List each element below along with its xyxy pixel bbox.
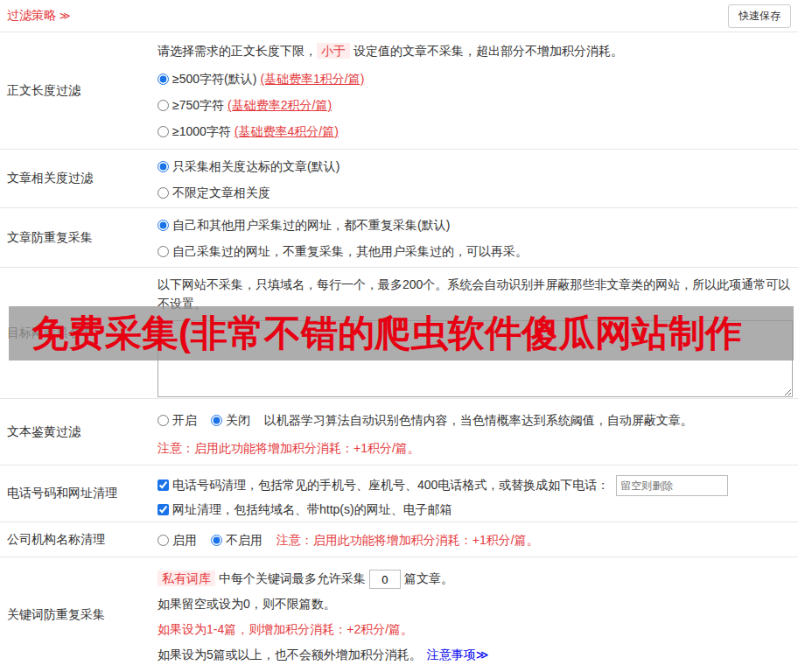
relevance-option-strict[interactable]: 只采集相关度达标的文章(默认) — [158, 153, 793, 179]
porn-off-text: 关闭 — [226, 413, 250, 427]
keyword-dedup-content: 私有词库 中每个关键词最多允许采集篇文章。 如果留空或设为0，则不限篇数。 如果… — [158, 557, 798, 672]
section-keyword-dedup: 关键词防重复采集 私有词库 中每个关键词最多允许采集篇文章。 如果留空或设为0，… — [0, 557, 798, 672]
length-filter-label: 正文长度过滤 — [0, 32, 158, 149]
company-clean-content: 启用 不启用 注意：启用此功能将增加积分消耗：+1积分/篇。 — [158, 522, 798, 556]
section-dedup-filter: 文章防重复采集 自己和其他用户采集过的网址，都不重复采集(默认) 自己采集过的网… — [0, 208, 798, 268]
length-filter-intro: 请选择需求的正文长度下限，小于 设定值的文章不采集，超出部分不增加积分消耗。 — [158, 39, 793, 62]
page-title: 过滤策略 — [7, 8, 56, 22]
company-disable-option[interactable]: 不启用 — [211, 533, 266, 547]
company-clean-options: 启用 不启用 注意：启用此功能将增加积分消耗：+1积分/篇。 — [158, 529, 793, 550]
quick-save-button[interactable]: 快速保存 — [728, 4, 791, 28]
length-option-750-radio[interactable] — [158, 100, 169, 111]
porn-off-radio[interactable] — [211, 415, 222, 426]
porn-on-option[interactable]: 开启 — [158, 413, 200, 427]
keyword-dedup-line1: 私有词库 中每个关键词最多允许采集篇文章。 — [158, 566, 793, 592]
relevance-option-any[interactable]: 不限定文章相关度 — [158, 179, 793, 206]
length-option-500[interactable]: ≥500字符(默认)(基础费率1积分/篇) — [158, 66, 793, 92]
url-clean-option[interactable]: 网址清理，包括纯域名、带http(s)的网址、电子邮箱 — [158, 502, 452, 516]
keyword-dedup-line4-text: 如果设为5篇或以上，也不会额外增加积分消耗。 — [158, 648, 422, 662]
phone-clean-line: 电话号码清理，包括常见的手机号、座机号、400电话格式，或替换成如下电话： — [158, 472, 793, 497]
length-option-500-text: ≥500字符(默认) — [172, 72, 256, 86]
dedup-option-self-text: 自己采集过的网址，不重复采集，其他用户采集过的，可以再采。 — [172, 244, 528, 258]
replacement-phone-input[interactable] — [616, 475, 728, 496]
section-phone-url-clean: 电话号码和网址清理 电话号码清理，包括常见的手机号、座机号、400电话格式，或替… — [0, 466, 798, 522]
keyword-dedup-line4: 如果设为5篇或以上，也不会额外增加积分消耗。注意事项≫ — [158, 642, 793, 668]
porn-filter-content: 开启 关闭 以机器学习算法自动识别色情内容，当色情概率达到系统阈值，自动屏蔽文章… — [158, 399, 798, 465]
length-option-1000[interactable]: ≥1000字符(基础费率4积分/篇) — [158, 118, 793, 144]
dedup-option-self-radio[interactable] — [158, 246, 169, 257]
phone-url-clean-label: 电话号码和网址清理 — [0, 466, 158, 522]
relevance-filter-label: 文章相关度过滤 — [0, 150, 158, 207]
length-option-500-fee-link[interactable]: (基础费率1积分/篇) — [260, 72, 364, 86]
porn-filter-options: 开启 关闭 以机器学习算法自动识别色情内容，当色情概率达到系统阈值，自动屏蔽文章… — [158, 408, 793, 432]
url-clean-text: 网址清理，包括纯域名、带http(s)的网址、电子邮箱 — [172, 502, 452, 516]
length-option-1000-fee-link[interactable]: (基础费率4积分/篇) — [234, 124, 339, 138]
dedup-filter-content: 自己和其他用户采集过的网址，都不重复采集(默认) 自己采集过的网址，不重复采集，… — [158, 208, 798, 267]
company-clean-note: 注意：启用此功能将增加积分消耗：+1积分/篇。 — [276, 533, 539, 547]
length-option-1000-text: ≥1000字符 — [172, 124, 231, 138]
section-relevance-filter: 文章相关度过滤 只采集相关度达标的文章(默认) 不限定文章相关度 — [0, 150, 798, 208]
company-enable-radio[interactable] — [158, 535, 169, 546]
keyword-dedup-label: 关键词防重复采集 — [0, 557, 158, 672]
url-clean-checkbox[interactable] — [158, 504, 169, 515]
header-title-group: 过滤策略≫ — [7, 8, 71, 24]
keyword-dedup-line2: 如果留空或设为0，则不限篇数。 — [158, 592, 793, 617]
phone-clean-text: 电话号码清理，包括常见的手机号、座机号、400电话格式，或替换成如下电话： — [172, 478, 609, 492]
porn-filter-note: 注意：启用此功能将增加积分消耗：+1积分/篇。 — [158, 436, 793, 460]
keyword-dedup-line1-post: 篇文章。 — [404, 571, 453, 585]
length-option-750-text: ≥750字符 — [172, 98, 224, 112]
length-option-750-fee-link[interactable]: (基础费率2积分/篇) — [228, 98, 332, 112]
section-length-filter: 正文长度过滤 请选择需求的正文长度下限，小于 设定值的文章不采集，超出部分不增加… — [0, 32, 798, 150]
dedup-option-global-text: 自己和其他用户采集过的网址，都不重复采集(默认) — [172, 218, 450, 232]
relevance-option-any-radio[interactable] — [158, 187, 169, 199]
phone-clean-checkbox[interactable] — [158, 480, 169, 491]
relevance-option-strict-radio[interactable] — [158, 161, 169, 172]
length-intro-pre: 请选择需求的正文长度下限， — [158, 44, 317, 58]
relevance-filter-content: 只采集相关度达标的文章(默认) 不限定文章相关度 — [158, 150, 798, 207]
section-company-clean: 公司机构名称清理 启用 不启用 注意：启用此功能将增加积分消耗：+1积分/篇。 — [0, 522, 798, 557]
dedup-option-global-radio[interactable] — [158, 220, 169, 231]
max-articles-input[interactable] — [369, 570, 401, 589]
length-option-1000-radio[interactable] — [158, 126, 169, 137]
phone-url-clean-content: 电话号码清理，包括常见的手机号、座机号、400电话格式，或替换成如下电话： 网址… — [158, 466, 798, 522]
private-lexicon-highlight: 私有词库 — [158, 570, 215, 586]
relevance-option-strict-text: 只采集相关度达标的文章(默认) — [172, 159, 340, 173]
notes-link[interactable]: 注意事项≫ — [427, 648, 489, 662]
section-porn-filter: 文本鉴黄过滤 开启 关闭 以机器学习算法自动识别色情内容，当色情概率达到系统阈值… — [0, 399, 798, 466]
company-disable-text: 不启用 — [226, 533, 262, 547]
phone-clean-option[interactable]: 电话号码清理，包括常见的手机号、座机号、400电话格式，或替换成如下电话： — [158, 478, 612, 492]
company-enable-option[interactable]: 启用 — [158, 533, 200, 547]
lessthan-highlight: 小于 — [317, 43, 350, 59]
url-clean-line: 网址清理，包括纯域名、带http(s)的网址、电子邮箱 — [158, 497, 793, 522]
page-header: 过滤策略≫ 快速保存 — [0, 0, 798, 32]
relevance-option-any-text: 不限定文章相关度 — [172, 186, 270, 200]
company-enable-text: 启用 — [172, 533, 197, 547]
length-intro-post: 设定值的文章不采集，超出部分不增加积分消耗。 — [354, 44, 623, 58]
porn-filter-description: 以机器学习算法自动识别色情内容，当色情概率达到系统阈值，自动屏蔽文章。 — [264, 413, 693, 427]
collapse-chevron-icon[interactable]: ≫ — [60, 10, 71, 22]
keyword-dedup-line3: 如果设为1-4篇，则增加积分消耗：+2积分/篇。 — [158, 617, 793, 642]
porn-filter-label: 文本鉴黄过滤 — [0, 399, 158, 465]
company-clean-label: 公司机构名称清理 — [0, 522, 158, 556]
length-option-750[interactable]: ≥750字符(基础费率2积分/篇) — [158, 92, 793, 118]
porn-on-text: 开启 — [172, 413, 197, 427]
keyword-dedup-line1-mid: 中每个关键词最多允许采集 — [219, 571, 366, 585]
length-filter-content: 请选择需求的正文长度下限，小于 设定值的文章不采集，超出部分不增加积分消耗。 ≥… — [158, 32, 798, 149]
dedup-option-global[interactable]: 自己和其他用户采集过的网址，都不重复采集(默认) — [158, 212, 793, 238]
dedup-filter-label: 文章防重复采集 — [0, 208, 158, 267]
company-disable-radio[interactable] — [211, 535, 222, 546]
porn-on-radio[interactable] — [158, 415, 169, 426]
porn-off-option[interactable]: 关闭 — [211, 413, 254, 427]
watermark-banner: 免费采集(非常不错的爬虫软件傻瓜网站制作 — [9, 306, 794, 360]
length-option-500-radio[interactable] — [158, 74, 169, 85]
dedup-option-self[interactable]: 自己采集过的网址，不重复采集，其他用户采集过的，可以再采。 — [158, 238, 793, 264]
